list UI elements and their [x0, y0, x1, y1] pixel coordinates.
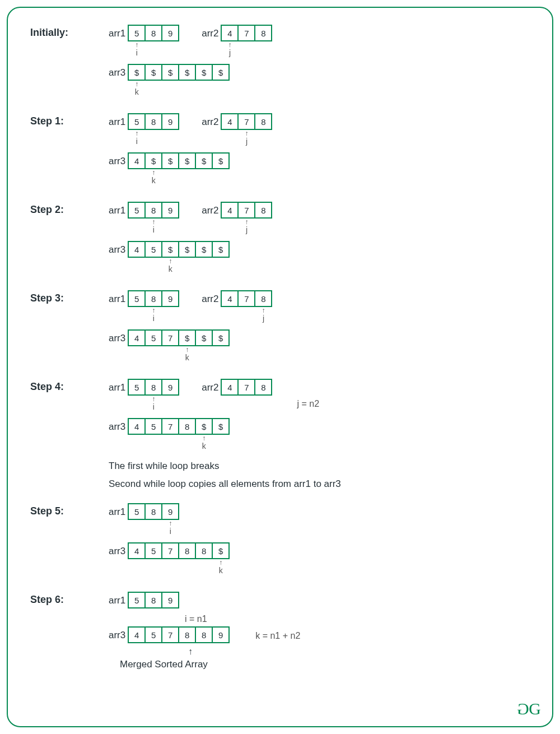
array-cell: $ — [195, 329, 213, 346]
array-line: arr1589↑iarr2478↑j — [109, 25, 530, 58]
array-cell: 4 — [128, 329, 146, 346]
up-arrow-icon: ↑ — [135, 81, 138, 87]
array-cell: 5 — [144, 418, 162, 435]
cells-wrapper: 589↑i — [128, 503, 179, 537]
pointer-row: ↑j — [221, 130, 272, 147]
pointer-slot: ↑i — [144, 307, 162, 324]
array-cell: 8 — [195, 626, 213, 643]
pointer-label: i — [153, 314, 155, 322]
step-row: arr34$$$$$↑k — [30, 152, 530, 189]
pointer-slot — [178, 559, 196, 576]
up-arrow-icon: ↑ — [202, 435, 206, 442]
array-cell: $ — [195, 418, 213, 435]
array-cell: $ — [144, 152, 162, 169]
array-name: arr1 — [109, 25, 128, 39]
cells-wrapper: 457889 — [128, 626, 230, 643]
array-name: arr2 — [202, 113, 221, 128]
array-cell: 5 — [144, 241, 162, 258]
array-group: arr2478↑j — [202, 290, 272, 324]
array-cell: 5 — [128, 592, 146, 608]
pointer-slot — [144, 435, 162, 452]
pointer-slot — [144, 81, 162, 97]
cells-row: 478 — [221, 290, 272, 307]
array-line: arr345788$↑k — [109, 542, 530, 576]
step-content: Second while loop copies all elements fr… — [109, 475, 530, 491]
array-cell: 5 — [144, 542, 162, 559]
step-row: Step 6:arr1589i = n1 — [30, 592, 530, 624]
pointer-label: j — [246, 226, 248, 234]
up-arrow-icon: ↑ — [152, 169, 155, 176]
pointer-slot — [161, 130, 179, 147]
array-cell: 5 — [128, 25, 146, 41]
step-block: Step 6:arr1589i = n1arr3457889k = n1 + n… — [30, 592, 530, 670]
step-row: arr345$$$$↑k — [30, 241, 530, 278]
array-cell: 5 — [128, 202, 146, 219]
cells-row: 457889 — [128, 626, 230, 643]
cells-wrapper: 589↑i — [128, 290, 179, 324]
step-block: Step 3:arr1589↑iarr2478↑jarr3457$$$↑k — [30, 290, 530, 366]
array-cell: 4 — [128, 626, 146, 643]
step-title — [30, 64, 109, 66]
pointer-row: ↑i — [128, 307, 179, 324]
step-content: arr1589i = n1 — [109, 592, 530, 624]
pointer-slot — [212, 258, 230, 275]
cells-row: 589 — [128, 379, 179, 396]
up-arrow-icon: ↑ — [219, 559, 222, 566]
pointer-slot — [161, 169, 179, 186]
pointer-row: ↑i — [128, 130, 179, 147]
pointer-label: k — [169, 265, 172, 273]
pointer-slot — [161, 559, 179, 576]
pointer-label: k — [152, 176, 156, 184]
array-cell: $ — [212, 542, 230, 559]
step-row: arr3457$$$↑k — [30, 329, 530, 366]
cells-row: $$$$$$ — [128, 64, 230, 81]
array-cell: 8 — [144, 503, 162, 520]
merged-sorted-label: Merged Sorted Array — [109, 659, 530, 670]
cells-wrapper: 589↑i — [128, 379, 179, 412]
array-line: arr34$$$$$↑k — [109, 152, 530, 186]
pointer-row: ↑i — [128, 396, 179, 412]
pointer-slot — [212, 81, 230, 97]
step-title: Initially: — [30, 25, 109, 39]
pointer-label: j — [246, 137, 248, 145]
pointer-slot — [128, 559, 146, 576]
pointer-row: ↑j — [221, 41, 272, 58]
array-name: arr2 — [202, 290, 221, 305]
pointer-label: i — [153, 403, 155, 411]
array-name: arr3 — [109, 626, 128, 641]
step-note: The first while loop breaks — [109, 461, 344, 472]
array-group: arr1589↑i — [109, 113, 179, 147]
array-cell: 5 — [144, 329, 162, 346]
pointer-slot — [237, 41, 255, 58]
step-title: Step 1: — [30, 113, 109, 127]
step-row: Step 3:arr1589↑iarr2478↑j — [30, 290, 530, 327]
pointer-slot — [212, 435, 230, 452]
pointer-slot — [144, 41, 162, 58]
array-group: arr1589↑i — [109, 202, 179, 235]
pointer-slot: ↑j — [237, 219, 255, 235]
cells-row: 478 — [221, 202, 272, 219]
cells-row: 45$$$$ — [128, 241, 230, 258]
pointer-slot — [212, 169, 230, 186]
pointer-slot — [161, 219, 179, 235]
array-cell: 8 — [178, 626, 196, 643]
step-title — [30, 152, 109, 155]
array-group: arr1589↑i — [109, 290, 179, 324]
pointer-slot: ↑k — [195, 435, 213, 452]
step-row: arr3457889k = n1 + n2↑Merged Sorted Arra… — [30, 626, 530, 670]
array-cell: 7 — [161, 542, 179, 559]
step-content: arr1589↑iarr2478j = n2 — [109, 379, 530, 416]
array-group: arr2478↑j — [202, 25, 272, 58]
cells-row: 478 — [221, 379, 272, 396]
up-arrow-icon: ↑ — [188, 647, 193, 657]
array-cell: $ — [195, 152, 213, 169]
cells-row: 589 — [128, 202, 179, 219]
cells-wrapper: 589 — [128, 592, 179, 608]
cells-row: 45788$ — [128, 542, 230, 559]
array-name: arr3 — [109, 152, 128, 167]
array-cell: 4 — [128, 241, 146, 258]
array-name: arr1 — [109, 113, 128, 128]
array-cell: 4 — [221, 113, 239, 130]
pointer-slot — [128, 219, 146, 235]
pointer-slot — [178, 81, 196, 97]
